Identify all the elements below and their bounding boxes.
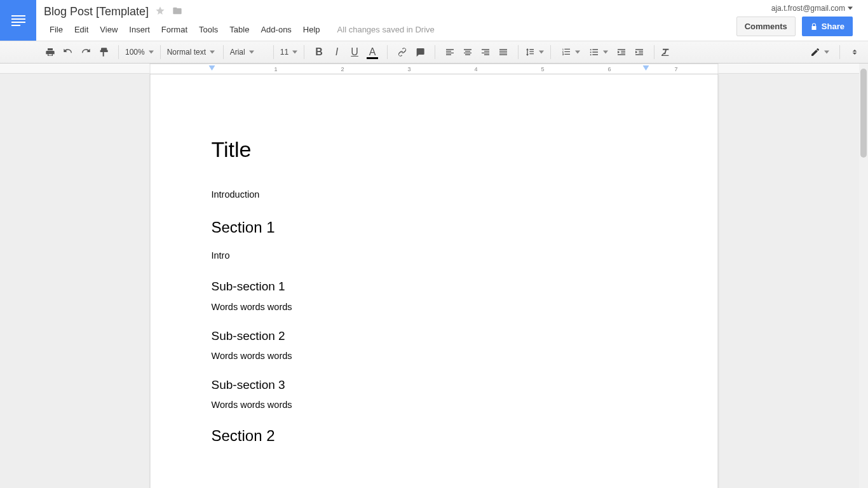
align-left-button[interactable] <box>442 44 458 60</box>
caret-down-icon <box>848 6 853 11</box>
align-justify-button[interactable] <box>495 44 512 60</box>
caret-down-icon <box>575 50 580 55</box>
menu-help[interactable]: Help <box>297 23 326 36</box>
indent-marker-right[interactable] <box>643 65 649 73</box>
menu-tools[interactable]: Tools <box>193 23 224 36</box>
user-email-text: aja.t.frost@gmail.com <box>771 4 845 13</box>
doc-sub2-body[interactable]: Words words words <box>212 350 657 363</box>
zoom-dropdown[interactable]: 100% <box>121 44 158 60</box>
caret-down-icon <box>539 50 544 55</box>
caret-down-icon <box>210 50 215 55</box>
menu-file[interactable]: File <box>44 23 69 36</box>
document-page[interactable]: Title Introduction Section 1 Intro Sub-s… <box>150 74 719 488</box>
menu-insert[interactable]: Insert <box>123 23 156 36</box>
doc-sub3-body[interactable]: Words words words <box>212 399 657 412</box>
increase-indent-button[interactable] <box>631 44 648 60</box>
align-right-button[interactable] <box>477 44 494 60</box>
pencil-icon <box>810 47 820 57</box>
paint-format-button[interactable] <box>95 44 112 60</box>
menu-view[interactable]: View <box>94 23 123 36</box>
doc-s1-intro[interactable]: Intro <box>212 250 657 262</box>
clear-formatting-button[interactable] <box>657 44 674 60</box>
vertical-scrollbar[interactable] <box>859 64 868 488</box>
insert-comment-button[interactable] <box>412 44 428 60</box>
toolbar: 100% Normal text Arial 11 B I U A <box>0 41 868 64</box>
lock-icon <box>810 23 818 30</box>
italic-button[interactable]: I <box>329 44 345 60</box>
save-status: All changes saved in Drive <box>337 25 435 34</box>
share-button[interactable]: Share <box>802 17 853 36</box>
text-color-button[interactable]: A <box>364 44 381 60</box>
indent-marker-left[interactable] <box>209 65 215 73</box>
line-spacing-icon <box>525 47 535 57</box>
ruler-tick: 5 <box>541 66 545 72</box>
header-main: Blog Post [Template] File Edit View Inse… <box>36 0 736 36</box>
ruler-tick: 4 <box>475 66 478 72</box>
undo-button[interactable] <box>60 44 76 60</box>
ruler-tick: 2 <box>341 66 344 72</box>
bulleted-list-dropdown[interactable] <box>585 44 612 60</box>
numbered-list-icon <box>561 47 571 57</box>
star-icon[interactable] <box>155 6 165 18</box>
size-value: 11 <box>280 48 288 57</box>
line-spacing-dropdown[interactable] <box>521 44 548 60</box>
menu-addons[interactable]: Add-ons <box>255 23 297 36</box>
caret-down-icon <box>292 50 297 55</box>
font-value: Arial <box>230 48 245 57</box>
insert-link-button[interactable] <box>394 44 410 60</box>
numbered-list-dropdown[interactable] <box>557 44 584 60</box>
font-dropdown[interactable]: Arial <box>226 44 271 60</box>
menu-bar: File Edit View Insert Format Tools Table… <box>44 23 729 36</box>
user-account[interactable]: aja.t.frost@gmail.com <box>771 4 853 13</box>
font-size-dropdown[interactable]: 11 <box>276 44 301 60</box>
doc-sub1-body[interactable]: Words words words <box>212 301 657 314</box>
menu-format[interactable]: Format <box>156 23 193 36</box>
paragraph-style-dropdown[interactable]: Normal text <box>163 44 220 60</box>
print-button[interactable] <box>42 44 58 60</box>
workspace: 1 2 3 4 5 6 7 Title Introduction Section… <box>0 64 868 488</box>
align-center-button[interactable] <box>459 44 476 60</box>
comments-button[interactable]: Comments <box>736 17 796 36</box>
caret-down-icon <box>149 50 154 55</box>
doc-section-1[interactable]: Section 1 <box>212 217 657 238</box>
zoom-value: 100% <box>125 48 145 57</box>
ruler-tick: 7 <box>675 66 678 72</box>
expand-toolbar-button[interactable] <box>846 44 863 60</box>
share-label: Share <box>822 22 844 31</box>
caret-down-icon <box>603 50 608 55</box>
menu-table[interactable]: Table <box>224 23 255 36</box>
caret-down-icon <box>249 50 254 55</box>
horizontal-ruler[interactable]: 1 2 3 4 5 6 7 <box>150 64 719 74</box>
underline-button[interactable]: U <box>346 44 363 60</box>
docs-logo[interactable] <box>0 0 36 41</box>
editing-mode-dropdown[interactable] <box>806 44 833 60</box>
style-value: Normal text <box>167 48 206 57</box>
menu-edit[interactable]: Edit <box>69 23 94 36</box>
decrease-indent-button[interactable] <box>613 44 630 60</box>
caret-down-icon <box>824 50 829 55</box>
ruler-tick: 1 <box>275 66 278 72</box>
doc-subsection-2[interactable]: Sub-section 2 <box>212 328 657 344</box>
doc-section-2[interactable]: Section 2 <box>212 426 657 446</box>
ruler-tick: 6 <box>608 66 611 72</box>
document-title[interactable]: Blog Post [Template] <box>44 5 149 18</box>
scrollbar-thumb[interactable] <box>860 69 867 158</box>
docs-logo-icon <box>11 15 25 26</box>
folder-icon[interactable] <box>172 6 183 18</box>
bulleted-list-icon <box>589 47 599 57</box>
doc-intro[interactable]: Introduction <box>212 189 657 201</box>
redo-button[interactable] <box>78 44 94 60</box>
bold-button[interactable]: B <box>311 44 327 60</box>
ruler-tick: 3 <box>408 66 411 72</box>
header-right: aja.t.frost@gmail.com Comments Share <box>736 0 868 36</box>
doc-subsection-1[interactable]: Sub-section 1 <box>212 278 657 295</box>
doc-title-heading[interactable]: Title <box>212 135 657 165</box>
doc-subsection-3[interactable]: Sub-section 3 <box>212 377 657 393</box>
app-header: Blog Post [Template] File Edit View Inse… <box>0 0 868 41</box>
